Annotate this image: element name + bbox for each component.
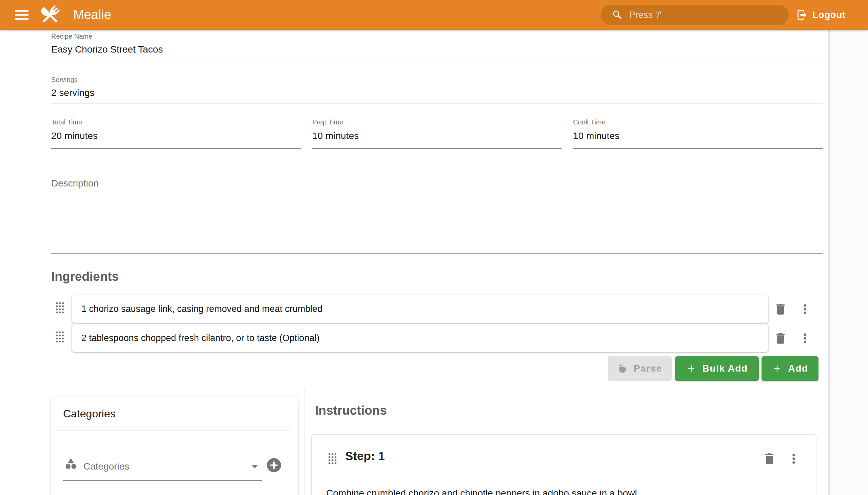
delete-icon bbox=[762, 451, 777, 466]
app-title: Mealie bbox=[73, 7, 111, 22]
plus-icon bbox=[772, 363, 782, 374]
servings-field[interactable]: 2 servings bbox=[51, 87, 95, 98]
search-icon bbox=[612, 9, 623, 21]
total-time-label: Total Time bbox=[51, 118, 82, 126]
total-time-field[interactable]: 20 minutes bbox=[51, 131, 98, 141]
categories-select[interactable]: Categories bbox=[83, 461, 129, 472]
kebab-menu-icon bbox=[798, 302, 812, 317]
delete-ingredient-button[interactable] bbox=[773, 302, 788, 317]
kebab-menu-icon bbox=[786, 451, 801, 466]
cook-time-label: Cook Time bbox=[573, 118, 606, 126]
search-bar[interactable] bbox=[601, 5, 789, 25]
add-ingredient-button[interactable]: Add bbox=[762, 356, 818, 381]
app-header: Mealie Logout bbox=[0, 0, 868, 30]
cook-time-underline bbox=[573, 148, 823, 149]
logout-label: Logout bbox=[812, 10, 846, 20]
description-underline bbox=[51, 253, 823, 254]
instructions-heading: Instructions bbox=[315, 404, 387, 418]
parse-button[interactable]: Parse bbox=[608, 356, 672, 381]
recipe-name-underline bbox=[51, 60, 823, 61]
kebab-menu-icon bbox=[798, 331, 812, 346]
step-text-field[interactable]: Combine crumbled chorizo and chipotle pe… bbox=[326, 488, 801, 495]
add-label: Add bbox=[788, 363, 808, 374]
recipe-name-label: Recipe Name bbox=[51, 33, 92, 40]
categories-card-title: Categories bbox=[63, 408, 116, 420]
bulk-add-label: Bulk Add bbox=[702, 363, 748, 374]
column-divider bbox=[304, 388, 305, 495]
hamburger-menu-button[interactable] bbox=[14, 8, 30, 22]
prep-time-underline bbox=[312, 148, 562, 149]
instruction-step-card: Step: 1 Combine crumbled chorizo and chi… bbox=[311, 434, 816, 495]
chevron-down-icon[interactable] bbox=[247, 459, 262, 475]
bulk-add-button[interactable]: Bulk Add bbox=[675, 356, 759, 381]
plus-circle-icon bbox=[266, 457, 283, 474]
menu-icon bbox=[14, 8, 30, 22]
ingredient-options-button[interactable] bbox=[798, 331, 812, 346]
shapes-icon bbox=[64, 457, 77, 471]
logout-button[interactable]: Logout bbox=[796, 8, 846, 22]
recipe-name-field[interactable]: Easy Chorizo Street Tacos bbox=[51, 44, 163, 55]
page-right-gutter bbox=[828, 30, 868, 495]
delete-ingredient-button[interactable] bbox=[773, 331, 788, 346]
drag-handle-icon[interactable] bbox=[55, 330, 64, 342]
search-input[interactable] bbox=[629, 10, 786, 21]
add-category-button[interactable] bbox=[266, 457, 283, 475]
delete-step-button[interactable] bbox=[762, 451, 777, 466]
categories-card: Categories Categories bbox=[51, 397, 298, 495]
ingredient-text: 1 chorizo sausage link, casing removed a… bbox=[81, 304, 322, 314]
plus-icon bbox=[686, 363, 696, 374]
mealie-recipe-editor-page: Mealie Logout Recipe Name Easy Chorizo S… bbox=[0, 0, 868, 495]
categories-card-divider bbox=[57, 430, 291, 431]
apple-icon bbox=[617, 363, 628, 374]
fork-knife-logo-icon bbox=[39, 3, 62, 27]
total-time-underline bbox=[51, 148, 301, 149]
ingredient-input-row[interactable]: 1 chorizo sausage link, casing removed a… bbox=[72, 295, 768, 323]
delete-icon bbox=[773, 302, 788, 316]
delete-icon bbox=[773, 331, 788, 345]
servings-underline bbox=[51, 103, 823, 103]
categories-select-underline bbox=[63, 480, 262, 481]
step-options-button[interactable] bbox=[786, 451, 801, 466]
drag-handle-icon[interactable] bbox=[327, 452, 337, 464]
drag-handle-icon[interactable] bbox=[55, 301, 64, 313]
ingredient-options-button[interactable] bbox=[798, 302, 812, 317]
ingredient-text: 2 tablespoons chopped fresh cilantro, or… bbox=[81, 333, 319, 343]
parse-label: Parse bbox=[634, 363, 662, 374]
ingredients-heading: Ingredients bbox=[51, 270, 119, 284]
description-field[interactable]: Description bbox=[51, 178, 99, 189]
logout-icon bbox=[796, 9, 807, 21]
prep-time-field[interactable]: 10 minutes bbox=[312, 131, 359, 141]
step-title: Step: 1 bbox=[345, 449, 385, 463]
prep-time-label: Prep Time bbox=[312, 118, 343, 126]
ingredient-input-row[interactable]: 2 tablespoons chopped fresh cilantro, or… bbox=[72, 324, 768, 352]
cook-time-field[interactable]: 10 minutes bbox=[573, 131, 619, 141]
servings-label: Servings bbox=[51, 76, 78, 84]
